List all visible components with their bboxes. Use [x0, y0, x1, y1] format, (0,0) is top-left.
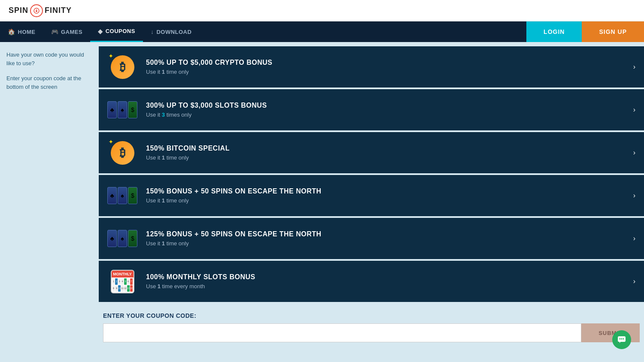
coupon-info-escape-125: 125% BONUS + 50 SPINS ON ESCAPE THE NORT… — [146, 230, 635, 247]
coupon-monthly-slots[interactable]: MONTHLY 1 2 3 4 5 6 7 8 9 10 11 12 — [99, 261, 644, 302]
coupon-info-escape-150: 150% BONUS + 50 SPINS ON ESCAPE THE NORT… — [146, 187, 635, 204]
slot-card-2: ♠ — [118, 101, 127, 118]
chevron-right-icon-4: › — [633, 192, 635, 199]
coupon-subtitle-slots: Use it 3 times only — [146, 112, 635, 118]
chat-bubble-button[interactable] — [612, 330, 631, 349]
nav-items: 🏠 HOME 🎮 GAMES ◆ COUPONS ↓ DOWNLOAD — [0, 21, 526, 42]
nav-games-label: GAMES — [61, 29, 82, 35]
coupon-subtitle-monthly: Use 1 time every month — [146, 283, 635, 290]
coupon-icon-crypto: ₿ ✦ — [107, 54, 137, 80]
coupon-info-monthly: 100% MONTHLY SLOTS BONUS Use 1 time ever… — [146, 273, 635, 290]
sidebar-text-1: Have your own code you would like to use… — [6, 51, 92, 67]
star-decoration: ✦ — [109, 53, 113, 59]
coupon-title-slots: 300% UP TO $3,000 SLOTS BONUS — [146, 102, 635, 109]
slot-card-f3: $ — [128, 230, 137, 247]
slot-card-f1: ♣ — [107, 230, 117, 247]
logo-icon — [30, 4, 43, 17]
slots-cards-icon-2: ♣ ♠ $ — [107, 187, 137, 204]
cal-c11: 11 — [121, 285, 124, 292]
cal-c10: 10 — [118, 285, 121, 292]
cal-c14: 14 — [130, 285, 133, 292]
cal-c5: 5 — [124, 278, 127, 285]
slot-card-e3: $ — [128, 187, 137, 204]
coupons-icon: ◆ — [98, 28, 103, 35]
main-nav: 🏠 HOME 🎮 GAMES ◆ COUPONS ↓ DOWNLOAD LOGI… — [0, 21, 644, 42]
bitcoin-icon: ₿ ✦ — [111, 55, 134, 79]
games-icon: 🎮 — [51, 28, 59, 35]
nav-item-download[interactable]: ↓ DOWNLOAD — [143, 21, 200, 42]
cal-c3: 3 — [118, 278, 121, 285]
nav-home-label: HOME — [18, 29, 36, 35]
logo-finity-text: FINITY — [45, 6, 72, 15]
login-button[interactable]: LOGIN — [526, 21, 582, 42]
coupon-title-bitcoin-special: 150% BITCOIN SPECIAL — [146, 145, 635, 152]
coupon-icon-slots: ♣ ♠ $ — [107, 97, 137, 123]
coupon-subtitle-bitcoin-special: Use it 1 time only — [146, 154, 635, 161]
coupon-subtitle-crypto: Use it 1 time only — [146, 69, 635, 75]
nav-coupons-label: COUPONS — [106, 28, 135, 34]
coupon-info-crypto: 500% UP TO $5,000 CRYPTO BONUS Use it 1 … — [146, 59, 635, 75]
coupon-bitcoin-special[interactable]: ₿ ✦ 150% BITCOIN SPECIAL Use it 1 time o… — [99, 132, 644, 173]
slot-card-1: ♣ — [107, 101, 117, 118]
coupon-title-escape-150: 150% BONUS + 50 SPINS ON ESCAPE THE NORT… — [146, 187, 635, 195]
coupon-info-bitcoin-special: 150% BITCOIN SPECIAL Use it 1 time only — [146, 145, 635, 161]
cal-grid: 1 2 3 4 5 6 7 8 9 10 11 12 13 14 — [112, 278, 134, 293]
svg-point-5 — [623, 338, 624, 340]
chevron-right-icon-2: › — [633, 106, 635, 114]
top-nav-bar: SPIN FINITY — [0, 0, 644, 21]
cal-header: MONTHLY — [112, 271, 134, 278]
coupon-input-section: ENTER YOUR COUPON CODE: SUBMIT — [99, 304, 644, 351]
chevron-right-icon-3: › — [633, 149, 635, 157]
download-icon: ↓ — [151, 28, 154, 35]
chevron-right-icon-5: › — [633, 235, 635, 242]
cal-c12: 12 — [124, 285, 127, 292]
coupon-escape-125[interactable]: ♣ ♠ $ 125% BONUS + 50 SPINS ON ESCAPE TH… — [99, 218, 644, 259]
coupon-icon-bitcoin-special: ₿ ✦ — [107, 140, 137, 166]
home-icon: 🏠 — [8, 28, 15, 35]
coupon-crypto-bonus[interactable]: ₿ ✦ 500% UP TO $5,000 CRYPTO BONUS Use i… — [99, 46, 644, 87]
coupon-slots-bonus[interactable]: ♣ ♠ $ 300% UP TO $3,000 SLOTS BONUS Use … — [99, 89, 644, 130]
content-area: ₿ ✦ 500% UP TO $5,000 CRYPTO BONUS Use i… — [99, 42, 644, 362]
chevron-right-icon: › — [633, 63, 635, 71]
star-decoration-2: ✦ — [109, 139, 113, 145]
coupon-subtitle-escape-125: Use it 1 time only — [146, 240, 635, 247]
cal-c4: 4 — [121, 278, 124, 285]
logo[interactable]: SPIN FINITY — [9, 4, 72, 17]
cal-c1: 1 — [112, 278, 115, 285]
bitcoin-special-icon: ₿ ✦ — [111, 141, 134, 165]
slot-card-3: $ — [128, 101, 137, 118]
nav-item-coupons[interactable]: ◆ COUPONS — [90, 21, 143, 42]
nav-right: LOGIN SIGN UP — [526, 21, 644, 42]
slot-card-e2: ♠ — [118, 187, 127, 204]
sidebar-text-2: Enter your coupon code at the bottom of … — [6, 74, 92, 91]
coupon-icon-monthly: MONTHLY 1 2 3 4 5 6 7 8 9 10 11 12 — [107, 268, 137, 294]
calendar-icon: MONTHLY 1 2 3 4 5 6 7 8 9 10 11 12 — [111, 270, 134, 293]
coupon-input-row: SUBMIT — [99, 323, 644, 342]
main-layout: Have your own code you would like to use… — [0, 42, 644, 362]
logo-spin-text: SPIN — [9, 6, 28, 15]
slots-cards-icon: ♣ ♠ $ — [107, 101, 137, 118]
cal-c6: 6 — [127, 278, 130, 285]
svg-point-3 — [620, 338, 621, 340]
sidebar: Have your own code you would like to use… — [0, 42, 99, 362]
coupon-icon-escape-125: ♣ ♠ $ — [107, 226, 137, 251]
svg-point-1 — [36, 10, 37, 12]
nav-item-games[interactable]: 🎮 GAMES — [43, 21, 91, 42]
coupon-title-monthly: 100% MONTHLY SLOTS BONUS — [146, 273, 635, 281]
svg-point-4 — [621, 338, 623, 340]
signup-button[interactable]: SIGN UP — [582, 21, 644, 42]
slot-card-e1: ♣ — [107, 187, 117, 204]
coupon-code-input[interactable] — [103, 323, 581, 342]
cal-c7: 7 — [130, 278, 133, 285]
coupon-input-label: ENTER YOUR COUPON CODE: — [99, 312, 644, 319]
nav-item-home[interactable]: 🏠 HOME — [0, 21, 43, 42]
coupon-escape-150[interactable]: ♣ ♠ $ 150% BONUS + 50 SPINS ON ESCAPE TH… — [99, 175, 644, 216]
coupon-title-crypto: 500% UP TO $5,000 CRYPTO BONUS — [146, 59, 635, 66]
cal-c8: 8 — [112, 285, 115, 292]
chevron-right-icon-6: › — [633, 278, 635, 285]
coupon-title-escape-125: 125% BONUS + 50 SPINS ON ESCAPE THE NORT… — [146, 230, 635, 238]
nav-download-label: DOWNLOAD — [156, 29, 191, 35]
cal-c2: 2 — [115, 278, 118, 285]
coupon-icon-escape-150: ♣ ♠ $ — [107, 183, 137, 208]
coupon-info-slots: 300% UP TO $3,000 SLOTS BONUS Use it 3 t… — [146, 102, 635, 118]
